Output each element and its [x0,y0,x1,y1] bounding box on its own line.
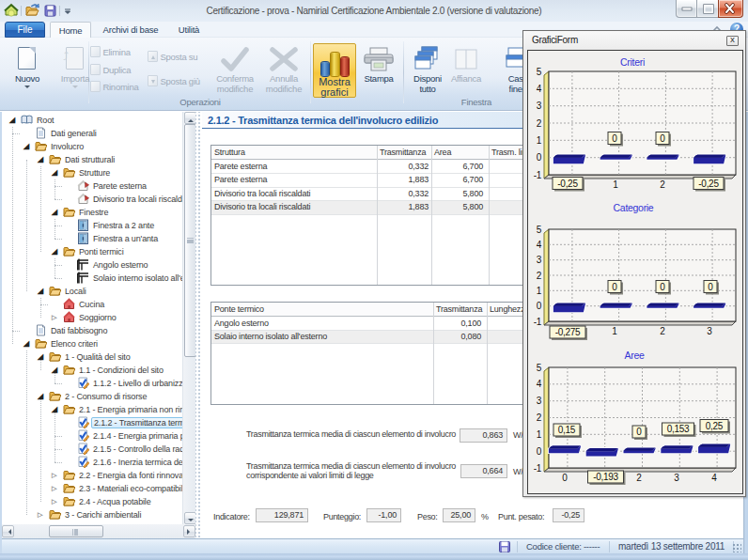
svg-text:0: 0 [537,446,542,457]
svg-text:5: 5 [537,67,542,77]
svg-text:0,153: 0,153 [667,424,690,434]
svg-text:0,15: 0,15 [558,425,576,435]
svg-text:0: 0 [562,473,568,483]
svg-text:3: 3 [537,396,542,406]
svg-text:0: 0 [537,301,542,311]
svg-text:2: 2 [537,271,542,281]
svg-text:0: 0 [708,282,713,292]
svg-text:4: 4 [537,240,542,250]
svg-text:-0,193: -0,193 [593,472,618,482]
svg-text:0: 0 [537,152,542,163]
svg-text:-1: -1 [534,317,542,327]
svg-text:2: 2 [660,326,665,336]
svg-text:3: 3 [707,326,712,336]
svg-text:3: 3 [537,101,542,111]
svg-text:-0,25: -0,25 [698,179,719,189]
svg-text:0: 0 [636,427,642,437]
svg-text:2: 2 [660,179,665,190]
svg-text:4: 4 [711,473,717,483]
svg-text:-0,275: -0,275 [555,327,581,337]
svg-text:-1: -1 [534,463,542,474]
svg-text:4: 4 [537,379,542,389]
svg-text:0,25: 0,25 [706,421,724,431]
svg-text:4: 4 [537,84,542,94]
svg-text:Categorie: Categorie [614,202,654,213]
svg-text:2: 2 [537,118,542,129]
svg-text:1: 1 [537,286,542,296]
svg-text:1: 1 [537,429,542,440]
svg-text:-1: -1 [534,170,542,180]
svg-text:3: 3 [674,473,679,483]
svg-text:1: 1 [613,179,618,190]
svg-text:-0,25: -0,25 [557,179,578,189]
svg-text:0: 0 [612,282,617,292]
svg-text:2: 2 [636,473,642,483]
svg-text:1: 1 [537,135,542,146]
svg-text:1: 1 [612,326,617,336]
svg-text:0: 0 [660,133,665,144]
svg-text:0: 0 [612,133,617,144]
svg-text:5: 5 [537,225,542,235]
svg-text:3: 3 [537,255,542,265]
svg-text:Aree: Aree [625,350,645,361]
svg-text:5: 5 [537,363,542,373]
svg-text:Criteri: Criteri [620,56,645,68]
svg-text:2: 2 [537,412,542,423]
svg-text:0: 0 [660,282,665,292]
